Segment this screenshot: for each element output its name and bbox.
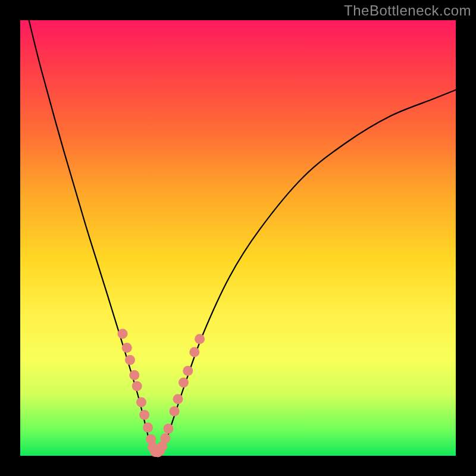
plot-area xyxy=(20,20,456,456)
highlight-dot xyxy=(118,329,128,339)
highlight-dot xyxy=(189,347,199,357)
highlighted-points-group xyxy=(118,329,205,458)
highlight-dot xyxy=(136,397,146,408)
highlight-dot xyxy=(183,366,193,376)
highlight-dot xyxy=(178,378,189,388)
chart-svg xyxy=(20,20,456,456)
highlight-dot xyxy=(160,433,170,443)
highlight-dot xyxy=(122,343,132,353)
highlight-dot xyxy=(170,406,180,416)
highlight-dot xyxy=(195,334,205,344)
highlight-dot xyxy=(132,381,142,391)
chart-frame: TheBottleneck.com xyxy=(0,0,476,476)
highlight-dot xyxy=(143,422,153,433)
highlight-dot xyxy=(139,410,149,420)
watermark-text: TheBottleneck.com xyxy=(344,2,471,19)
highlight-dot xyxy=(173,394,183,404)
highlight-dot xyxy=(129,370,139,380)
highlight-dot xyxy=(163,424,173,434)
highlight-dot xyxy=(125,355,135,365)
bottleneck-curve xyxy=(29,20,456,457)
